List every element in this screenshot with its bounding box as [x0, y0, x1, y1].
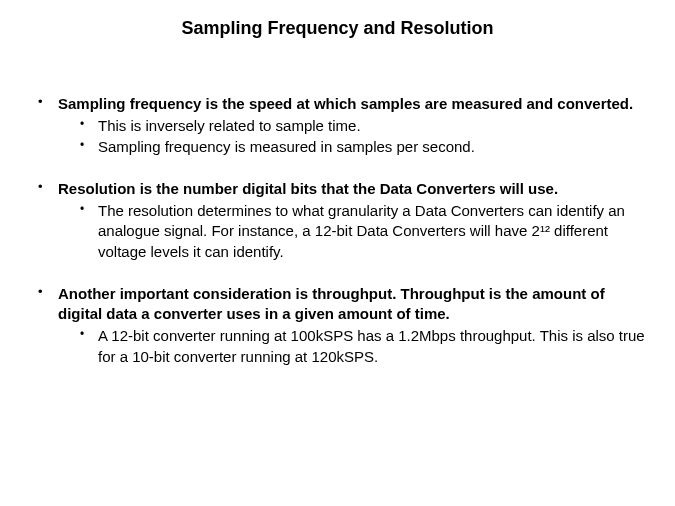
- list-item: Another important consideration is throu…: [38, 284, 645, 367]
- sub-list: The resolution determines to what granul…: [58, 201, 645, 262]
- sub-list-item: The resolution determines to what granul…: [80, 201, 645, 262]
- sub-list-item: This is inversely related to sample time…: [80, 116, 645, 136]
- sub-list-item: A 12-bit converter running at 100kSPS ha…: [80, 326, 645, 367]
- list-item-text: Another important consideration is throu…: [58, 284, 645, 325]
- list-item: Sampling frequency is the speed at which…: [38, 94, 645, 157]
- content-list: Sampling frequency is the speed at which…: [30, 94, 645, 367]
- sub-list: A 12-bit converter running at 100kSPS ha…: [58, 326, 645, 367]
- sub-list-item: Sampling frequency is measured in sample…: [80, 137, 645, 157]
- slide-title: Sampling Frequency and Resolution: [30, 18, 645, 39]
- list-item: Resolution is the number digital bits th…: [38, 179, 645, 262]
- list-item-text: Resolution is the number digital bits th…: [58, 179, 645, 199]
- list-item-text: Sampling frequency is the speed at which…: [58, 94, 645, 114]
- sub-list: This is inversely related to sample time…: [58, 116, 645, 157]
